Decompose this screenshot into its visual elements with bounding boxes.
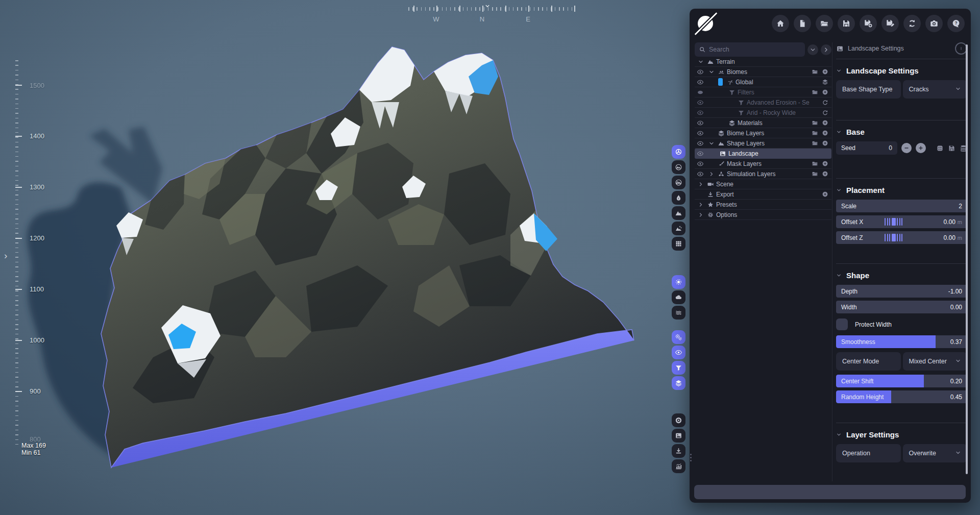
chevron-down-icon[interactable]: [707, 140, 715, 146]
chevron-down-icon[interactable]: [707, 89, 726, 95]
terrain-detail-button[interactable]: [672, 222, 685, 235]
visibility-eye-icon[interactable]: [695, 68, 706, 76]
statistics-button[interactable]: [672, 459, 685, 473]
tree-item-export[interactable]: Export: [695, 189, 831, 200]
collapse-all-button[interactable]: [807, 44, 818, 55]
seed-field[interactable]: Seed 0: [836, 141, 897, 155]
camera-button[interactable]: [925, 15, 943, 32]
seed-decrement-button[interactable]: [901, 143, 912, 153]
tree-item-biomes[interactable]: Biomes: [695, 67, 831, 77]
color-swatch[interactable]: [718, 78, 723, 86]
tree-item-simulation-layers[interactable]: Simulation Layers: [695, 169, 831, 179]
chevron-right-icon[interactable]: [697, 212, 704, 218]
screenshot-button[interactable]: [672, 429, 685, 443]
chevron-down-icon[interactable]: [707, 69, 715, 75]
folder-icon[interactable]: [811, 89, 819, 95]
chevron-down-icon[interactable]: [707, 79, 717, 85]
search-box[interactable]: [695, 42, 805, 57]
water-button[interactable]: [672, 191, 685, 205]
add-icon[interactable]: [821, 119, 829, 126]
refresh-icon[interactable]: [821, 99, 829, 106]
record-button[interactable]: [672, 413, 685, 427]
operation-select[interactable]: Overwrite: [903, 444, 968, 462]
seed-increment-button[interactable]: [916, 143, 926, 153]
folder-icon[interactable]: [811, 119, 819, 126]
save-button[interactable]: [838, 15, 855, 32]
tree-item-arid-rocky-wide[interactable]: Arid - Rocky Wide: [695, 108, 831, 118]
visibility-eye-icon[interactable]: [695, 160, 706, 167]
add-icon[interactable]: [821, 89, 829, 95]
sync-button[interactable]: [903, 15, 921, 32]
terrain-ring-button[interactable]: [672, 176, 685, 189]
visibility-eye-icon[interactable]: [695, 140, 706, 147]
processing-button[interactable]: [672, 330, 685, 344]
dice-icon[interactable]: [936, 144, 944, 152]
visibility-off-icon[interactable]: [695, 89, 706, 96]
tree-item-landscape[interactable]: Landscape: [695, 149, 831, 159]
chevron-right-icon[interactable]: [697, 202, 704, 208]
add-icon[interactable]: [821, 140, 829, 146]
clouds-button[interactable]: [672, 290, 685, 304]
filter-button[interactable]: [672, 361, 685, 375]
add-icon[interactable]: [821, 160, 829, 167]
base-shape-type-select[interactable]: Cracks: [903, 80, 968, 99]
folder-icon[interactable]: [811, 170, 819, 177]
sidebar-expand-toggle[interactable]: ›: [4, 250, 7, 261]
panel-drag-handle[interactable]: [690, 454, 692, 461]
tree-item-options[interactable]: Options: [695, 210, 831, 220]
chevron-right-icon[interactable]: [707, 110, 735, 116]
search-input[interactable]: [709, 46, 770, 53]
visibility-eye-icon[interactable]: [695, 130, 706, 137]
offset-x-scrubber[interactable]: [885, 218, 902, 226]
offset-x-field[interactable]: Offset X 0.00 m: [836, 215, 967, 228]
chevron-right-icon[interactable]: [707, 120, 726, 126]
tree-item-advanced-erosion[interactable]: Advanced Erosion - Se: [695, 97, 831, 108]
tree-item-scene[interactable]: Scene: [695, 179, 831, 189]
protect-width-checkbox[interactable]: [836, 318, 848, 330]
depth-field[interactable]: Depth -1.00: [836, 285, 967, 298]
add-icon[interactable]: [821, 130, 829, 136]
visibility-eye-icon[interactable]: [695, 109, 706, 116]
center-shift-slider[interactable]: Center Shift 0.20: [836, 375, 967, 387]
grid-button[interactable]: [672, 237, 685, 251]
refresh-icon[interactable]: [821, 109, 829, 116]
add-layer-icon[interactable]: [821, 79, 829, 85]
save-as-button[interactable]: [860, 15, 877, 32]
section-shape[interactable]: Shape: [836, 271, 967, 280]
offset-z-scrubber[interactable]: [885, 234, 902, 241]
app-logo[interactable]: [696, 13, 716, 34]
tree-item-materials[interactable]: Materials: [695, 118, 831, 128]
inspector-scrollbar[interactable]: [966, 44, 968, 474]
smoothness-slider[interactable]: Smoothness 0.37: [836, 335, 967, 348]
add-icon[interactable]: [821, 170, 829, 177]
folder-icon[interactable]: [811, 160, 819, 167]
download-button[interactable]: [672, 444, 685, 458]
expand-all-button[interactable]: [821, 44, 831, 55]
tree-item-presets[interactable]: Presets: [695, 200, 831, 210]
visibility-button[interactable]: [672, 346, 685, 359]
folder-icon[interactable]: [811, 68, 819, 75]
tree-item-mask-layers[interactable]: Mask Layers: [695, 159, 831, 169]
section-layer-settings[interactable]: Layer Settings: [836, 430, 967, 439]
random-height-slider[interactable]: Random Height 0.45: [836, 390, 967, 403]
mountain-view-button[interactable]: [672, 206, 685, 220]
help-button[interactable]: [947, 15, 965, 32]
visibility-eye-icon[interactable]: [695, 79, 706, 86]
add-icon[interactable]: [821, 68, 829, 75]
layers-button[interactable]: [672, 376, 685, 390]
home-button[interactable]: [772, 15, 789, 32]
orbit-view-button[interactable]: [672, 145, 685, 159]
tree-item-biome-layers[interactable]: Biome Layers: [695, 128, 831, 138]
offset-z-field[interactable]: Offset Z 0.00 m: [836, 231, 967, 244]
tree-item-global[interactable]: Global: [695, 77, 831, 87]
new-file-button[interactable]: [794, 15, 811, 32]
visibility-eye-icon[interactable]: [695, 119, 706, 127]
visibility-eye-icon[interactable]: [695, 99, 706, 106]
visibility-eye-icon[interactable]: [695, 150, 706, 157]
folder-icon[interactable]: [811, 140, 819, 146]
save-icon[interactable]: [948, 144, 955, 152]
chevron-down-icon[interactable]: [697, 59, 704, 65]
section-base[interactable]: Base: [836, 128, 967, 136]
chevron-right-icon[interactable]: [707, 100, 735, 106]
tree-item-terrain[interactable]: Terrain: [695, 57, 831, 67]
